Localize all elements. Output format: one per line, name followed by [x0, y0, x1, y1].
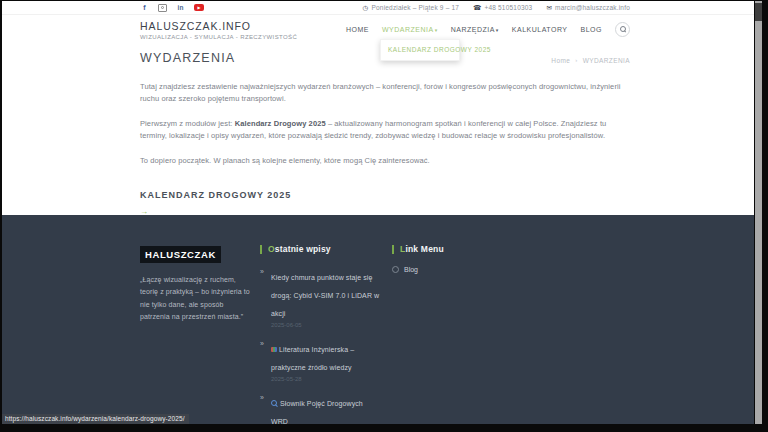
post-item[interactable]: » Kiedy chmura punktów staje się drogą: … [260, 266, 380, 328]
site-logo-subtitle: WIZUALIZACJA - SYMULACJA - RZECZYWISTOŚĆ [140, 34, 297, 40]
post-date: 2025-05-28 [271, 376, 380, 382]
page-title: WYDARZENIA [140, 51, 235, 65]
breadcrumb-current: WYDARZENIA [583, 57, 630, 64]
wydarzenia-dropdown: KALENDARZ DROGOWY 2025 [380, 39, 460, 61]
breadcrumb: Home › WYDARZENIA [551, 57, 630, 64]
books-emoji-icon [271, 347, 277, 352]
opening-hours: ◷Poniedziałek – Piątek 9 – 17 [363, 4, 460, 12]
clock-icon: ◷ [363, 4, 369, 11]
post-title[interactable]: Literatura Inżynierska – praktyczne źród… [271, 346, 354, 371]
link-menu-heading: Link Menu [392, 244, 512, 254]
dropdown-item-kalendarz-drogowy[interactable]: KALENDARZ DROGOWY 2025 [388, 45, 452, 55]
post-title[interactable]: Słownik Pojęć Drogowych WRD [271, 400, 363, 424]
chevron-right-icon: » [260, 266, 271, 328]
email-link[interactable]: ✉marcin@haluszczak.info [546, 4, 630, 12]
footer-link-blog[interactable]: Blog [392, 266, 512, 273]
footer-recent-posts-column: Ostatnie wpisy » Kiedy chmura punktów st… [260, 244, 380, 424]
magnifier-emoji-icon [271, 400, 277, 406]
mail-icon: ✉ [546, 4, 552, 11]
facebook-icon[interactable]: f [140, 3, 149, 12]
youtube-icon[interactable]: ▶ [194, 4, 204, 11]
footer-link-menu-column: Link Menu Blog [392, 244, 512, 424]
post-title[interactable]: Kiedy chmura punktów staje się drogą: Cy… [271, 274, 379, 317]
instagram-icon[interactable] [158, 4, 167, 12]
nav-item-blog[interactable]: BLOG [581, 26, 602, 33]
footer-quote: „Łączę wizualizację z ruchem, teorię z p… [140, 274, 252, 324]
breadcrumb-home[interactable]: Home [551, 57, 570, 64]
module-paragraph: Pierwszym z modułów jest: Kalendarz Drog… [140, 118, 630, 143]
search-icon [620, 26, 626, 32]
post-item[interactable]: » Słownik Pojęć Drogowych WRD 2025-05-24 [260, 392, 380, 424]
chevron-down-icon: ▾ [496, 27, 499, 33]
nav-item-home[interactable]: HOME [346, 26, 369, 33]
browser-frame: f in ▶ ◷Poniedziałek – Piątek 9 – 17 ☎+4… [0, 0, 768, 432]
browser-status-url: https://haluszczak.info/wydarzenia/kalen… [2, 414, 189, 424]
phone-icon: ☎ [473, 4, 481, 11]
accent-bar [260, 245, 262, 254]
social-links: f in ▶ [140, 3, 204, 12]
breadcrumb-separator-icon: › [575, 57, 577, 63]
section-heading-kalendarz: KALENDARZ DROGOWY 2025 [140, 190, 630, 200]
linkedin-icon[interactable]: in [176, 3, 185, 12]
circle-bullet-icon [392, 266, 399, 273]
page-content: Tutaj znajdziesz zestawienie najważniejs… [140, 81, 630, 219]
search-button[interactable] [615, 22, 630, 37]
nav-item-narzedzia[interactable]: NARZĘDZIA▾ [451, 26, 499, 33]
nav-item-kalkulatory[interactable]: KALKULATORY [512, 26, 568, 33]
site-logo-title: HALUSZCZAK.INFO [140, 20, 297, 32]
chevron-right-icon: » [260, 338, 271, 382]
main-nav: HOME WYDARZENIA▾ KALENDARZ DROGOWY 2025 … [346, 22, 630, 37]
accent-bar [392, 245, 394, 254]
phone-link[interactable]: ☎+48 510510303 [473, 4, 532, 12]
outro-paragraph: To dopiero początek. W planach są kolejn… [140, 155, 630, 168]
chevron-right-icon: » [260, 392, 271, 424]
web-page: f in ▶ ◷Poniedziałek – Piątek 9 – 17 ☎+4… [2, 1, 754, 424]
recent-posts-heading: Ostatnie wpisy [260, 244, 380, 254]
chevron-down-icon: ▾ [435, 27, 438, 33]
nav-item-wydarzenia[interactable]: WYDARZENIA▾ KALENDARZ DROGOWY 2025 [382, 26, 438, 33]
site-logo[interactable]: HALUSZCZAK.INFO WIZUALIZACJA - SYMULACJA… [140, 20, 297, 40]
kalendarz-bold: Kalendarz Drogowy 2025 [235, 119, 326, 128]
post-date: 2025-06-05 [271, 322, 380, 328]
site-header: HALUSZCZAK.INFO WIZUALIZACJA - SYMULACJA… [2, 15, 754, 44]
post-item[interactable]: » Literatura Inżynierska – praktyczne źr… [260, 338, 380, 382]
scrollbar[interactable] [755, 1, 762, 424]
intro-paragraph: Tutaj znajdziesz zestawienie najważniejs… [140, 81, 630, 106]
top-info-bar: f in ▶ ◷Poniedziałek – Piątek 9 – 17 ☎+4… [2, 1, 754, 15]
footer-logo: HALUSZCZAK [140, 246, 221, 263]
footer-about-column: HALUSZCZAK „Łączę wizualizację z ruchem,… [140, 244, 252, 424]
scrollbar-thumb[interactable] [755, 3, 762, 21]
site-footer: HALUSZCZAK „Łączę wizualizację z ruchem,… [2, 215, 754, 424]
